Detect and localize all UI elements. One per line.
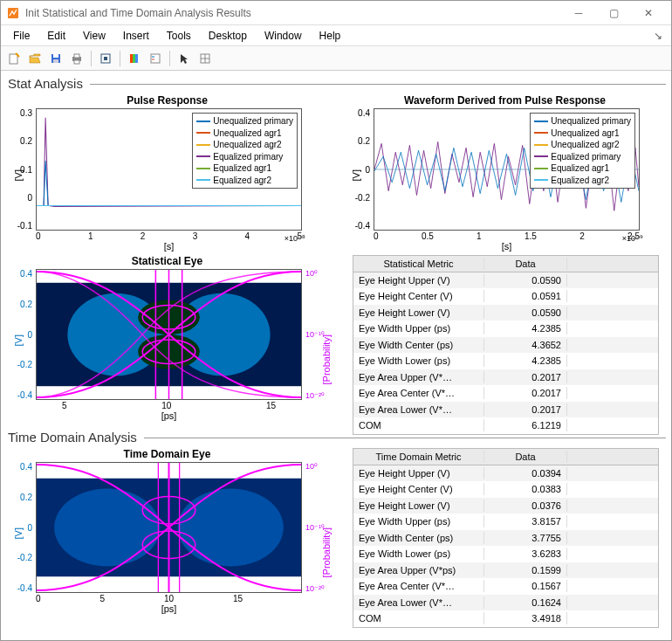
app-icon: [6, 6, 20, 20]
waveform-plot[interactable]: Waveform Derived from Pulse Response 0.4…: [344, 94, 666, 252]
legend-item: Equalized agr2: [196, 175, 293, 187]
y-axis-label: [V]: [351, 169, 361, 181]
table-row[interactable]: Eye Height Lower (V)0.0376: [353, 498, 658, 514]
y-axis-label-left: [V]: [13, 527, 24, 539]
table-row[interactable]: Eye Height Upper (V)0.0394: [353, 465, 658, 482]
figure-content: Stat Analysis Pulse Response 0.30.20.10-…: [1, 71, 671, 640]
svg-rect-3: [53, 54, 58, 58]
table-row[interactable]: Eye Width Lower (ps)3.6283: [353, 546, 658, 562]
app-window: Init Statistical and Time Domain Analysi…: [0, 0, 672, 641]
minimize-button[interactable]: ─: [561, 2, 596, 24]
plot-title: Pulse Response: [6, 94, 328, 107]
plot-title: Statistical Eye: [6, 255, 328, 267]
menu-insert[interactable]: Insert: [114, 27, 158, 45]
y-axis-label-right: [Probability]: [321, 527, 332, 577]
save-icon[interactable]: [46, 49, 65, 68]
pointer-icon[interactable]: [175, 49, 194, 68]
x-ticks: 51015: [36, 400, 302, 410]
legend-item: Unequalized agr2: [196, 139, 293, 151]
maximize-button[interactable]: ▢: [596, 2, 631, 24]
legend-icon[interactable]: [146, 49, 165, 68]
svg-rect-6: [74, 54, 79, 58]
legend-item: Unequalized agr2: [534, 139, 631, 151]
window-title: Init Statistical and Time Domain Analysi…: [25, 7, 251, 19]
menu-view[interactable]: View: [74, 27, 114, 45]
x-axis-label: [ps]: [36, 603, 302, 614]
x-axis-label: [s]: [36, 241, 302, 252]
legend-item: Unequalized primary: [534, 115, 631, 128]
menu-file[interactable]: File: [4, 27, 38, 45]
time-section-title: Time Domain Analysis: [8, 430, 666, 445]
x-ticks: 012345: [36, 231, 302, 241]
table-row[interactable]: Eye Area Upper (V*ps)0.1599: [353, 562, 658, 579]
svg-point-34: [178, 489, 284, 567]
table-row[interactable]: Eye Width Center (ps)4.3652: [353, 337, 658, 354]
legend-item: Equalized agr2: [534, 175, 631, 187]
table-row[interactable]: Eye Area Upper (V*…0.2017: [353, 369, 658, 386]
legend-item: Equalized agr1: [534, 162, 631, 175]
y-axis-label-left: [V]: [13, 334, 24, 346]
plot-title: Time Domain Eye: [6, 448, 328, 460]
table-row[interactable]: Eye Area Center (V*…0.1567: [353, 578, 658, 595]
legend-item: Unequalized primary: [196, 115, 293, 128]
pulse-response-plot[interactable]: Pulse Response 0.30.20.10-0.1 [V] Unequa…: [6, 94, 328, 252]
svg-rect-9: [104, 57, 107, 60]
menu-tools[interactable]: Tools: [158, 27, 200, 45]
time-table-container: Time Domain MetricDataEye Height Upper (…: [344, 448, 666, 621]
svg-rect-12: [135, 54, 138, 63]
menu-edit[interactable]: Edit: [38, 27, 74, 45]
legend-item: Unequalized agr1: [534, 128, 631, 140]
menu-help[interactable]: Help: [311, 27, 350, 45]
legend-item: Unequalized agr1: [196, 128, 293, 140]
stat-table-container: Statistical MetricDataEye Height Upper (…: [344, 255, 666, 424]
plot-title: Waveform Derived from Pulse Response: [344, 94, 666, 107]
statistical-metrics-table[interactable]: Statistical MetricDataEye Height Upper (…: [353, 255, 659, 435]
menubar: File Edit View Insert Tools Desktop Wind…: [1, 25, 671, 46]
svg-rect-1: [10, 54, 17, 64]
table-row[interactable]: Eye Width Upper (ps)3.8157: [353, 513, 658, 530]
x-axis-label: [ps]: [36, 410, 302, 421]
cursor-icon[interactable]: [96, 49, 115, 68]
table-row[interactable]: Eye Width Upper (ps)4.2385: [353, 320, 658, 337]
toolbar: [1, 46, 671, 71]
table-row[interactable]: Eye Height Center (V)0.0383: [353, 481, 658, 498]
menubar-overflow-icon[interactable]: ↘: [648, 30, 668, 42]
table-row[interactable]: Eye Width Center (ps)3.7755: [353, 530, 658, 547]
menu-window[interactable]: Window: [256, 27, 311, 45]
x-axis-label: [s]: [374, 241, 640, 252]
table-row[interactable]: Eye Width Lower (ps)4.2385: [353, 353, 658, 369]
legend-item: Equalized agr1: [196, 162, 293, 175]
table-row[interactable]: COM3.4918: [353, 610, 658, 627]
print-icon[interactable]: [67, 49, 86, 68]
colorbar-icon[interactable]: [125, 49, 144, 68]
time-domain-metrics-table[interactable]: Time Domain MetricDataEye Height Upper (…: [353, 448, 659, 628]
titlebar[interactable]: Init Statistical and Time Domain Analysi…: [1, 1, 671, 25]
statistical-eye-plot[interactable]: Statistical Eye 0.40.20-0.2-0.4 10⁰10⁻¹⁰…: [6, 255, 328, 424]
x-ticks: 051015: [36, 593, 302, 603]
svg-rect-4: [53, 59, 58, 63]
x-ticks: 00.511.522.5: [374, 231, 640, 241]
table-header: Statistical MetricData: [353, 256, 658, 272]
table-row[interactable]: Eye Height Lower (V)0.0590: [353, 305, 658, 321]
new-figure-icon[interactable]: [4, 49, 24, 68]
legend[interactable]: Unequalized primaryUnequalized agr1Unequ…: [530, 113, 635, 189]
close-button[interactable]: ✕: [631, 2, 666, 24]
legend[interactable]: Unequalized primaryUnequalized agr1Unequ…: [192, 113, 298, 189]
table-row[interactable]: Eye Height Upper (V)0.0590: [353, 272, 658, 289]
svg-rect-11: [133, 54, 135, 63]
y-axis-label-right: [Probability]: [321, 334, 332, 384]
svg-rect-13: [151, 54, 160, 63]
table-row[interactable]: Eye Area Center (V*…0.2017: [353, 385, 658, 402]
table-row[interactable]: Eye Area Lower (V*…0.1624: [353, 595, 658, 611]
table-row[interactable]: Eye Area Lower (V*…0.2017: [353, 402, 658, 418]
svg-rect-7: [74, 60, 79, 64]
time-domain-eye-plot[interactable]: Time Domain Eye 0.40.20-0.2-0.4 10⁰10⁻¹⁰…: [6, 448, 328, 621]
legend-item: Equalized primary: [196, 151, 293, 163]
open-icon[interactable]: [25, 49, 45, 68]
svg-point-33: [54, 489, 160, 567]
y-axis-label: [V]: [13, 169, 24, 181]
menu-desktop[interactable]: Desktop: [200, 27, 256, 45]
table-row[interactable]: Eye Height Center (V)0.0591: [353, 288, 658, 305]
stat-section-title: Stat Analysis: [8, 76, 666, 91]
plot-tools-icon[interactable]: [195, 49, 215, 68]
